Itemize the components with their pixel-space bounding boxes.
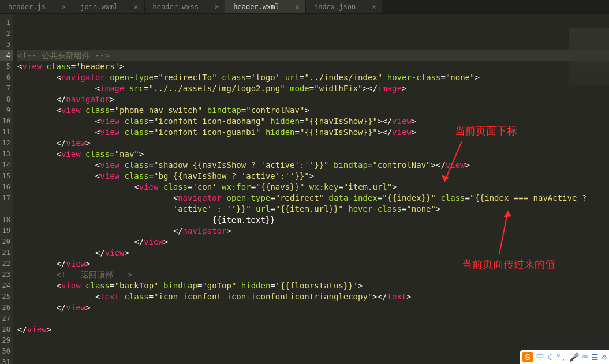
line-gutter: 1234567891011121314151617 18192021222324… [0, 14, 13, 364]
code-line[interactable]: </view> [17, 324, 609, 335]
line-number: 6 [0, 72, 13, 83]
ime-logo-icon: S [522, 352, 532, 362]
code-line[interactable] [17, 39, 609, 50]
tab-bar: header.js×join.wxml×header.wxss×header.w… [0, 0, 609, 14]
ime-moon-icon[interactable]: ☾ [548, 352, 552, 362]
ime-menu-icon[interactable]: ☰ [591, 352, 599, 362]
tab-label: header.wxml [233, 3, 279, 11]
code-line[interactable]: <!-- 返回顶部 --> [17, 269, 609, 280]
close-icon[interactable]: × [62, 3, 66, 11]
line-number: 27 [0, 313, 13, 324]
minimap[interactable] [569, 28, 609, 85]
line-number: 5 [0, 61, 13, 72]
code-line[interactable]: <view class='headers'> [17, 61, 609, 72]
line-number: 18 [0, 215, 13, 226]
code-line[interactable]: </navigator> [17, 94, 609, 105]
close-icon[interactable]: × [372, 3, 376, 11]
code-line[interactable]: <view class="bg {{navIsShow ? 'active':'… [17, 171, 609, 182]
line-number: 15 [0, 171, 13, 182]
line-number: 19 [0, 226, 13, 237]
line-number: 13 [0, 149, 13, 160]
code-line[interactable]: <navigator open-type="redirect" data-ind… [17, 193, 609, 204]
line-number: 8 [0, 94, 13, 105]
code-line[interactable]: <view class="phone_nav_switch" bindtap="… [17, 105, 609, 116]
close-icon[interactable]: × [296, 3, 300, 11]
code-line[interactable]: <view class="nav"> [17, 149, 609, 160]
code-line[interactable]: <view class="iconfont icon-guanbi" hidde… [17, 127, 609, 138]
code-line[interactable] [17, 335, 609, 346]
code-line[interactable]: 'active' : ''}}" url="{{item.url}}" hove… [17, 204, 609, 215]
line-number: 10 [0, 116, 13, 127]
code-line[interactable] [17, 313, 609, 324]
line-number: 17 [0, 193, 13, 204]
code-line[interactable]: </view> [17, 302, 609, 313]
code-line[interactable]: </view> [17, 237, 609, 247]
tab-label: index.json [314, 3, 356, 11]
code-line[interactable]: <text class="icon iconfont icon-iconfont… [17, 291, 609, 302]
code-line[interactable]: {{item.text}} [17, 215, 609, 226]
ime-keyboard-icon[interactable]: ⌨ [582, 352, 587, 362]
line-number: 31 [0, 357, 13, 364]
code-line[interactable] [17, 28, 609, 39]
code-line[interactable]: </view> [17, 138, 609, 149]
line-number: 14 [0, 160, 13, 171]
code-line[interactable] [17, 17, 609, 28]
tab-join-wxml[interactable]: join.wxml× [72, 0, 144, 13]
line-number: 3 [0, 39, 13, 50]
ime-mic-icon[interactable]: 🎤 [569, 352, 579, 362]
line-number [0, 204, 13, 215]
code-line[interactable]: <image src="../../assets/img/logo2.png" … [17, 83, 609, 94]
line-number: 12 [0, 138, 13, 149]
tab-header-wxss[interactable]: header.wxss× [145, 0, 226, 13]
line-number: 30 [0, 346, 13, 357]
code-line[interactable]: <view class='con' wx:for="{{navs}}" wx:k… [17, 182, 609, 193]
ime-punct[interactable]: °, [556, 352, 566, 362]
line-number: 22 [0, 258, 13, 269]
line-number: 7 [0, 83, 13, 94]
code-line[interactable]: </view> [17, 247, 609, 258]
close-icon[interactable]: × [134, 3, 138, 11]
tab-label: header.wxss [153, 3, 199, 11]
ime-lang[interactable]: 中 [536, 352, 544, 362]
line-number: 20 [0, 237, 13, 247]
tab-index-json[interactable]: index.json× [306, 0, 382, 13]
code-line[interactable]: <!-- 公共头部组件 --> [17, 50, 609, 61]
tab-label: header.js [8, 3, 46, 11]
code-area[interactable]: <!-- 公共头部组件 --><view class='headers'> <n… [13, 14, 609, 364]
ime-gear-icon[interactable]: ⚙ [602, 352, 607, 362]
line-number: 21 [0, 247, 13, 258]
line-number: 29 [0, 335, 13, 346]
line-number: 16 [0, 182, 13, 193]
tab-header-wxml[interactable]: header.wxml× [225, 0, 306, 13]
code-line[interactable]: <view class="backTop" bindtap="goTop" hi… [17, 280, 609, 291]
code-line[interactable]: <navigator open-type="redirectTo" class=… [17, 72, 609, 83]
line-number: 26 [0, 302, 13, 313]
code-line[interactable]: <view class="shadow {{navIsShow ? 'activ… [17, 160, 609, 171]
line-number: 24 [0, 280, 13, 291]
code-line[interactable]: </navigator> [17, 226, 609, 237]
ime-bar[interactable]: S 中 ☾ °, 🎤 ⌨ ☰ ⚙ [520, 350, 609, 364]
tab-label: join.wxml [80, 3, 118, 11]
line-number: 2 [0, 28, 13, 39]
line-number: 9 [0, 105, 13, 116]
code-line[interactable]: <view class="iconfont icon-daohang" hidd… [17, 116, 609, 127]
line-number: 25 [0, 291, 13, 302]
editor: 1234567891011121314151617 18192021222324… [0, 14, 609, 364]
line-number: 1 [0, 17, 13, 28]
code-line[interactable]: </view> [17, 258, 609, 269]
line-number: 23 [0, 269, 13, 280]
line-number: 28 [0, 324, 13, 335]
tab-header-js[interactable]: header.js× [0, 0, 72, 13]
line-number: 11 [0, 127, 13, 138]
close-icon[interactable]: × [215, 3, 219, 11]
line-number: 4 [0, 50, 13, 61]
